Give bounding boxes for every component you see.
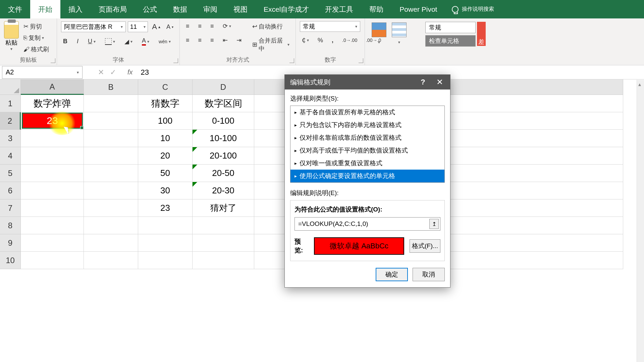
ok-button[interactable]: 确定 xyxy=(376,268,408,281)
cell-B1[interactable] xyxy=(84,95,138,112)
tab-file[interactable]: 文件 xyxy=(0,0,30,18)
cell-D10[interactable] xyxy=(193,252,254,269)
row-header-9[interactable]: 9 xyxy=(0,234,21,252)
cell-C6[interactable]: 30 xyxy=(138,182,193,199)
decrease-indent-button[interactable]: ⇤ xyxy=(221,35,230,45)
rule-formula-input[interactable]: =VLOOKUP(A2,C:C,1,0) ↥ xyxy=(294,217,440,231)
comma-button[interactable]: , xyxy=(330,36,335,45)
vertical-scrollbar[interactable] xyxy=(637,80,644,362)
font-name-select[interactable]: 阿里巴巴普惠体 R▾ xyxy=(61,21,126,32)
cell-B10[interactable] xyxy=(84,252,138,269)
collapse-dialog-button[interactable]: ↥ xyxy=(429,219,439,229)
row-header-8[interactable]: 8 xyxy=(0,217,21,234)
cell-D8[interactable] xyxy=(193,217,254,234)
format-button[interactable]: 格式(F)... xyxy=(410,239,440,253)
underline-button[interactable]: U▾ xyxy=(86,37,98,46)
cell-B7[interactable] xyxy=(84,199,138,217)
cell-C4[interactable]: 20 xyxy=(138,147,193,165)
merge-center-button[interactable]: ⊞合并后居中▾ xyxy=(250,35,291,54)
tab-insert[interactable]: 插入 xyxy=(60,0,91,18)
fx-icon[interactable]: fx xyxy=(123,68,138,76)
cell-A1[interactable]: 数字炸弹 xyxy=(21,95,84,112)
cell-C9[interactable] xyxy=(138,234,193,252)
cell-B4[interactable] xyxy=(84,147,138,165)
rule-type-item-1[interactable]: 只为包含以下内容的单元格设置格式 xyxy=(290,119,444,131)
cell-B5[interactable] xyxy=(84,165,138,182)
cell-D5[interactable]: 20-50 xyxy=(193,165,254,182)
align-left-button[interactable]: ≡ xyxy=(184,35,192,45)
number-format-select[interactable]: 常规▾ xyxy=(300,21,360,32)
cell-D9[interactable] xyxy=(193,234,254,252)
font-size-select[interactable]: 11▾ xyxy=(128,21,148,32)
col-header-C[interactable]: C xyxy=(138,79,193,95)
cell-A4[interactable] xyxy=(21,147,84,165)
row-header-6[interactable]: 6 xyxy=(0,182,21,199)
row-header-10[interactable]: 10 xyxy=(0,252,21,269)
format-painter-button[interactable]: 🖌格式刷 xyxy=(21,44,51,55)
row-header-4[interactable]: 4 xyxy=(0,147,21,165)
cell-A10[interactable] xyxy=(21,252,84,269)
cell-A9[interactable] xyxy=(21,234,84,252)
tab-developer[interactable]: 开发工具 xyxy=(317,0,361,18)
tab-review[interactable]: 审阅 xyxy=(195,0,225,18)
tell-me[interactable]: 操作说明搜索 xyxy=(452,6,494,13)
rule-type-item-3[interactable]: 仅对高于或低于平均值的数值设置格式 xyxy=(290,144,444,157)
cell-C3[interactable]: 10 xyxy=(138,130,193,147)
cell-A3[interactable] xyxy=(21,130,84,147)
cell-D1[interactable]: 数字区间 xyxy=(193,95,254,112)
tab-help[interactable]: 帮助 xyxy=(361,0,391,18)
number-dialog-launcher[interactable] xyxy=(359,58,363,63)
cell-A5[interactable] xyxy=(21,165,84,182)
cell-C10[interactable] xyxy=(138,252,193,269)
fill-color-button[interactable]: ◢▾ xyxy=(122,37,135,47)
cell-D7[interactable]: 猜对了 xyxy=(193,199,254,217)
col-header-A[interactable]: A xyxy=(21,79,84,95)
cell-D4[interactable]: 20-100 xyxy=(193,147,254,165)
align-middle-button[interactable]: ≡ xyxy=(196,21,204,31)
cell-B2[interactable] xyxy=(84,112,138,130)
cell-D6[interactable]: 20-30 xyxy=(193,182,254,199)
align-bottom-button[interactable]: ≡ xyxy=(208,21,216,31)
conditional-formatting-button[interactable]: ▾ xyxy=(369,21,389,46)
bold-button[interactable]: B xyxy=(61,37,69,46)
align-right-button[interactable]: ≡ xyxy=(208,35,216,45)
orientation-button[interactable]: ⟳▾ xyxy=(221,21,233,31)
cell-B3[interactable] xyxy=(84,130,138,147)
paste-button[interactable]: 粘贴 ▾ xyxy=(4,21,19,55)
style-normal[interactable]: 常规 xyxy=(425,22,476,33)
row-header-7[interactable]: 7 xyxy=(0,199,21,217)
tab-pagelayout[interactable]: 页面布局 xyxy=(91,0,135,18)
font-color-button[interactable]: A▾ xyxy=(140,36,151,47)
font-dialog-launcher[interactable] xyxy=(173,58,178,63)
increase-decimal-button[interactable]: .0→.00 xyxy=(340,36,359,44)
enter-formula-button[interactable]: ✓ xyxy=(110,68,116,77)
rule-type-item-2[interactable]: 仅对排名靠前或靠后的数值设置格式 xyxy=(290,131,444,144)
cut-button[interactable]: ✂剪切 xyxy=(21,21,51,32)
rule-type-item-5[interactable]: 使用公式确定要设置格式的单元格 xyxy=(290,170,444,182)
row-header-2[interactable]: 2 xyxy=(0,112,21,130)
dialog-titlebar[interactable]: 编辑格式规则 ? ✕ xyxy=(285,75,450,89)
style-check[interactable]: 检查单元格 xyxy=(425,35,476,47)
percent-button[interactable]: % xyxy=(316,36,325,45)
cell-C2[interactable]: 100 xyxy=(138,112,193,130)
italic-button[interactable]: I xyxy=(75,37,80,46)
cell-C7[interactable]: 23 xyxy=(138,199,193,217)
col-header-D[interactable]: D xyxy=(193,79,254,95)
border-button[interactable]: ▾ xyxy=(103,37,117,46)
cell-D2[interactable]: 0-100 xyxy=(193,112,254,130)
row-header-1[interactable]: 1 xyxy=(0,95,21,112)
currency-button[interactable]: ₵▾ xyxy=(300,35,311,45)
cell-A8[interactable] xyxy=(21,217,84,234)
tab-view[interactable]: 视图 xyxy=(225,0,256,18)
cell-C5[interactable]: 50 xyxy=(138,165,193,182)
row-header-5[interactable]: 5 xyxy=(0,165,21,182)
col-header-B[interactable]: B xyxy=(84,79,138,95)
increase-indent-button[interactable]: ⇥ xyxy=(234,35,244,45)
dialog-close-button[interactable]: ✕ xyxy=(435,77,445,87)
cell-D3[interactable]: 10-100 xyxy=(193,130,254,147)
tab-home[interactable]: 开始 xyxy=(30,0,60,18)
select-all-button[interactable] xyxy=(0,79,21,95)
align-top-button[interactable]: ≡ xyxy=(184,21,192,31)
fill-handle[interactable] xyxy=(80,126,84,129)
name-box[interactable]: A2▾ xyxy=(2,66,83,79)
